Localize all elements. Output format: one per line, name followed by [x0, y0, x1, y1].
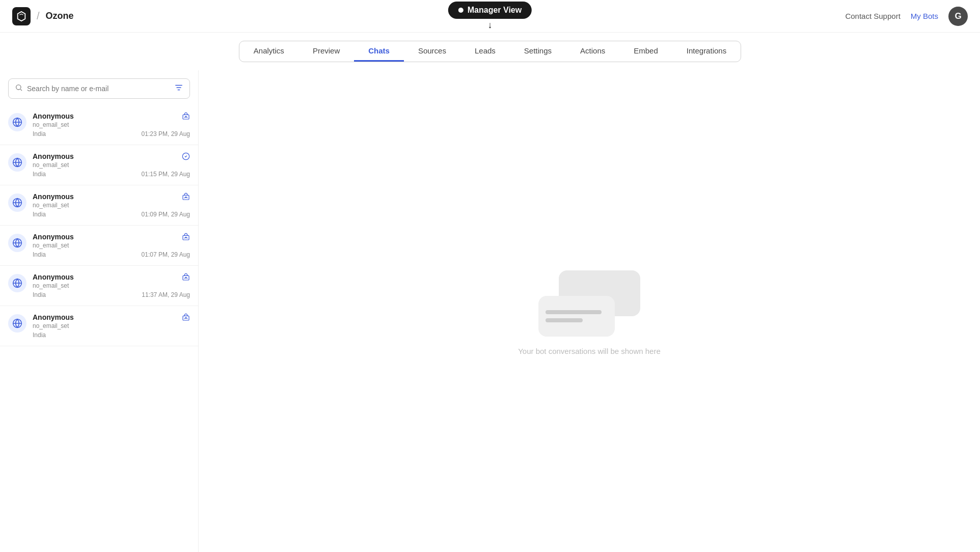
chat-name: Anonymous: [33, 152, 190, 160]
bubble-front: [538, 296, 615, 337]
empty-state-text: Your bot conversations will be shown her…: [518, 347, 661, 355]
svg-line-37: [187, 318, 187, 319]
filter-icon[interactable]: [174, 83, 183, 94]
tab-integrations[interactable]: Integrations: [672, 41, 741, 62]
chat-info: Anonymous no_email_set India 11:37 AM, 2…: [33, 273, 190, 298]
chat-email: no_email_set: [33, 282, 190, 289]
list-item[interactable]: Anonymous no_email_set India 01:09 PM, 2…: [0, 185, 198, 226]
brand-logo: / Ozone: [12, 7, 74, 25]
chat-name: Anonymous: [33, 233, 190, 241]
svg-line-31: [187, 278, 187, 279]
chat-email: no_email_set: [33, 242, 190, 249]
chat-info: Anonymous no_email_set India: [33, 313, 190, 339]
list-item[interactable]: Anonymous no_email_set India 01:23 PM, 2…: [0, 105, 198, 145]
svg-line-30: [184, 278, 185, 279]
svg-line-10: [187, 117, 187, 118]
chat-meta: India 01:09 PM, 29 Aug: [33, 211, 190, 218]
svg-line-25: [187, 237, 187, 238]
conversation-panel: Your bot conversations will be shown her…: [199, 70, 980, 552]
avatar: [8, 113, 26, 131]
chat-time: 11:37 AM, 29 Aug: [142, 291, 190, 298]
chat-location: India: [33, 171, 46, 178]
tab-embed[interactable]: Embed: [619, 41, 672, 62]
chat-location: India: [33, 130, 46, 137]
bot-icon: [182, 313, 190, 323]
search-bar: [8, 78, 190, 99]
brand-name: Ozone: [46, 11, 74, 21]
svg-point-0: [16, 85, 21, 90]
tab-actions[interactable]: Actions: [566, 41, 619, 62]
chat-name: Anonymous: [33, 273, 190, 281]
my-bots-link[interactable]: My Bots: [911, 12, 938, 20]
chat-name: Anonymous: [33, 112, 190, 120]
svg-line-24: [184, 237, 185, 238]
check-circle-icon: [182, 152, 190, 162]
chat-meta: India: [33, 332, 190, 339]
chat-illustration: [538, 270, 640, 337]
chat-location: India: [33, 291, 46, 298]
chat-info: Anonymous no_email_set India 01:23 PM, 2…: [33, 112, 190, 137]
svg-line-1: [20, 89, 22, 91]
bot-icon: [182, 192, 190, 203]
svg-line-18: [184, 197, 185, 198]
chat-email: no_email_set: [33, 161, 190, 169]
logo-icon: [12, 7, 31, 25]
svg-line-9: [184, 117, 185, 118]
chat-time: 01:15 PM, 29 Aug: [142, 171, 190, 178]
user-avatar[interactable]: G: [948, 7, 968, 26]
main-content: Anonymous no_email_set India 01:23 PM, 2…: [0, 70, 980, 552]
chat-info: Anonymous no_email_set India 01:09 PM, 2…: [33, 192, 190, 218]
list-item[interactable]: Anonymous no_email_set India 01:07 PM, 2…: [0, 226, 198, 266]
list-item[interactable]: Anonymous no_email_set India 11:37 AM, 2…: [0, 266, 198, 306]
chat-meta: India 11:37 AM, 29 Aug: [33, 291, 190, 298]
tab-chats[interactable]: Chats: [354, 41, 404, 62]
manager-view-arrow: ↓: [487, 20, 492, 31]
tab-leads[interactable]: Leads: [460, 41, 510, 62]
chat-meta: India 01:15 PM, 29 Aug: [33, 171, 190, 178]
svg-point-17: [185, 197, 186, 198]
chat-location: India: [33, 251, 46, 258]
bubble-line: [546, 310, 602, 314]
header-right: Contact Support My Bots G: [845, 7, 968, 26]
search-input[interactable]: [27, 85, 170, 93]
avatar: [8, 194, 26, 212]
avatar: [8, 153, 26, 172]
nav-tabs-container: Analytics Preview Chats Sources Leads Se…: [0, 33, 980, 70]
chat-name: Anonymous: [33, 313, 190, 321]
bot-icon: [182, 233, 190, 243]
avatar: [8, 274, 26, 292]
chat-info: Anonymous no_email_set India 01:15 PM, 2…: [33, 152, 190, 178]
avatar: [8, 234, 26, 252]
bot-icon: [182, 112, 190, 122]
svg-line-36: [184, 318, 185, 319]
chat-time: 01:07 PM, 29 Aug: [142, 251, 190, 258]
chat-name: Anonymous: [33, 192, 190, 201]
tab-sources[interactable]: Sources: [404, 41, 460, 62]
chat-list-panel: Anonymous no_email_set India 01:23 PM, 2…: [0, 70, 199, 552]
bot-icon: [182, 273, 190, 283]
manager-view-dot: [458, 8, 464, 13]
manager-view-label: Manager View: [468, 6, 522, 15]
chat-email: no_email_set: [33, 121, 190, 128]
list-item[interactable]: Anonymous no_email_set India 01:15 PM, 2…: [0, 145, 198, 185]
chat-list: Anonymous no_email_set India 01:23 PM, 2…: [0, 105, 198, 547]
list-item[interactable]: Anonymous no_email_set India: [0, 306, 198, 346]
chat-info: Anonymous no_email_set India 01:07 PM, 2…: [33, 233, 190, 258]
chat-email: no_email_set: [33, 322, 190, 329]
chat-time: 01:09 PM, 29 Aug: [142, 211, 190, 218]
tab-settings[interactable]: Settings: [510, 41, 566, 62]
manager-view-container: Manager View ↓: [448, 2, 532, 31]
chat-meta: India 01:07 PM, 29 Aug: [33, 251, 190, 258]
contact-support-link[interactable]: Contact Support: [845, 12, 900, 20]
avatar: [8, 314, 26, 333]
chat-time: 01:23 PM, 29 Aug: [142, 130, 190, 137]
svg-point-23: [185, 237, 186, 238]
chat-location: India: [33, 211, 46, 218]
header: / Ozone Manager View ↓ Contact Support M…: [0, 0, 980, 33]
logo-slash: /: [37, 10, 40, 22]
nav-tabs: Analytics Preview Chats Sources Leads Se…: [239, 41, 741, 62]
manager-view-badge[interactable]: Manager View: [448, 2, 532, 19]
tab-analytics[interactable]: Analytics: [239, 41, 298, 62]
tab-preview[interactable]: Preview: [298, 41, 354, 62]
chat-meta: India 01:23 PM, 29 Aug: [33, 130, 190, 137]
